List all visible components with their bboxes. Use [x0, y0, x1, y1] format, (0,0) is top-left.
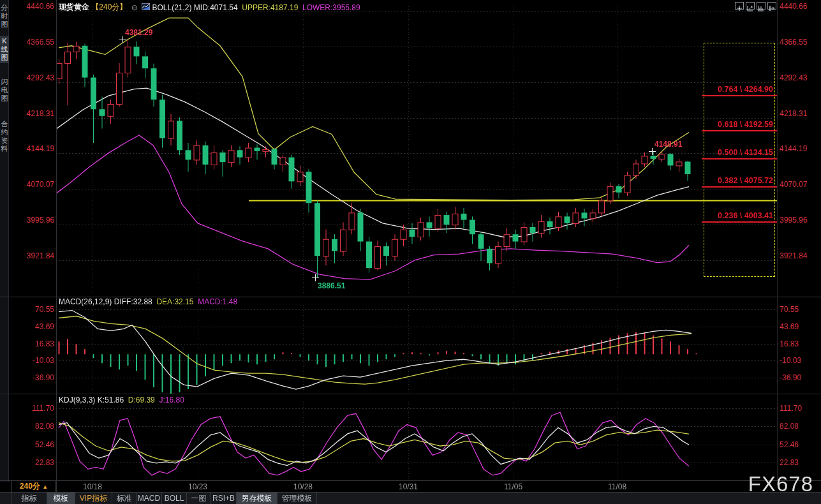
macd-axis-label-right: 43.69: [780, 323, 799, 331]
toolbar-button-9[interactable]: 另存模板: [237, 493, 277, 504]
toolbar-button-4[interactable]: 标准: [112, 493, 137, 504]
toolbar-button-7[interactable]: 一图: [187, 493, 211, 504]
date-label: 10/23: [188, 482, 207, 491]
price-axis-label-right: 3921.84: [780, 252, 807, 260]
price-axis-label-right: 3995.96: [780, 216, 807, 225]
macd-dea-value: DEA:32.15: [156, 297, 193, 306]
bottom-toolbar: 指标模板VIP指标标准MACDBOLL一图RSI+B另存模板管理模板: [0, 493, 821, 504]
fib-level-line[interactable]: [702, 95, 777, 96]
macd-macd-value: MACD:1.48: [198, 297, 237, 306]
collapse-indicator-icon[interactable]: ⊖: [129, 3, 140, 12]
price-axis-label-right: 4218.31: [780, 110, 807, 118]
price-axis-label-right: 4440.66: [780, 3, 807, 11]
axis-divider: [56, 0, 57, 492]
price-axis-label-left: 4218.31: [1, 110, 54, 118]
macd-axis-label-right: 16.83: [780, 340, 799, 348]
macd-header: MACD(26,12,9) DIFF:32.88 DEA:32.15 MACD:…: [59, 297, 237, 306]
date-label: 10/31: [399, 482, 418, 491]
fib-level-label: 0.236 \ 4003.41: [702, 211, 773, 220]
interval-label: 【240分】: [91, 3, 127, 11]
period-selector[interactable]: 240分 ▲: [11, 481, 56, 492]
date-label: 10/28: [293, 482, 313, 491]
toolbar-button-5[interactable]: MACD: [137, 493, 162, 504]
kdj-axis-label-right: 52.46: [780, 441, 799, 449]
kdj-axis-label-left: 22.83: [1, 459, 54, 467]
toolbar-button-2[interactable]: 模板: [47, 493, 75, 504]
fib-level-label: 0.500 \ 4134.15: [702, 148, 773, 157]
fib-level-line[interactable]: [702, 221, 777, 223]
kdj-d-value: D:69.39: [128, 396, 155, 404]
period-label: 240分: [20, 482, 40, 491]
macd-title: MACD(26,12,9): [59, 297, 112, 306]
price-axis-label-left: 4292.43: [1, 74, 54, 82]
price-axis-label-left: 4440.66: [1, 3, 54, 11]
boll-mid-value: MID:4071.54: [194, 3, 238, 12]
kdj-panel-canvas[interactable]: [56, 402, 777, 481]
fib-level-label: 0.618 \ 4192.59: [702, 120, 773, 129]
chart-type-icon[interactable]: [142, 3, 150, 10]
fib-level-line[interactable]: [702, 158, 777, 159]
kdj-k-value: K:51.86: [98, 396, 124, 404]
price-axis-label-left: 4366.55: [1, 38, 54, 47]
kdj-axis-label-left: 52.46: [1, 441, 54, 449]
macd-axis-label-right: 70.55: [780, 306, 799, 314]
boll-lower-value: LOWER:3955.89: [302, 3, 360, 12]
toolbar-button-3[interactable]: VIP指标: [75, 493, 112, 504]
kdj-axis-label-right: 82.08: [780, 422, 799, 431]
price-marker-cross: [119, 36, 126, 43]
kdj-axis-label-left: 82.08: [1, 422, 54, 431]
toolbar-button-6[interactable]: BOLL: [162, 493, 187, 504]
kdj-axis-label-left: 111.70: [1, 404, 54, 413]
price-annotation: 3886.51: [318, 281, 345, 290]
panel-divider: [0, 480, 821, 481]
scroll-to-latest-icon[interactable]: [767, 2, 776, 10]
price-axis-label-left: 3995.96: [1, 216, 54, 225]
price-marker-cross: [312, 274, 319, 281]
price-axis-label-right: 4292.43: [780, 74, 807, 82]
chart-application: 分时图K线图闪电图合约资料 现货黄金 【240分】 ⊖ BOLL(21,2) M…: [0, 0, 821, 504]
price-axis-label-right: 4070.07: [780, 181, 807, 189]
macd-axis-label-left: 70.55: [1, 306, 54, 314]
kdj-header: KDJ(9,3,3) K:51.86 D:69.39 J:16.80: [59, 395, 184, 404]
price-axis-label-left: 3921.84: [1, 252, 54, 260]
y-axis-fit-icon[interactable]: [746, 2, 755, 10]
macd-axis-label-left: 43.69: [1, 323, 54, 331]
date-label: 11/05: [504, 482, 522, 491]
macd-axis-label-left: 16.83: [1, 340, 54, 348]
instrument-name: 现货黄金: [59, 3, 89, 11]
period-up-arrow-icon: ▲: [42, 484, 48, 490]
macd-axis-label-left: -36.90: [1, 374, 54, 382]
macd-diff-value: DIFF:32.88: [114, 297, 152, 306]
date-label: 11/08: [608, 482, 626, 491]
x-axis-fit-icon[interactable]: [757, 2, 766, 10]
crosshair-tool-icon[interactable]: [735, 2, 744, 10]
price-axis-label-left: 4144.19: [1, 145, 54, 153]
fib-level-line[interactable]: [702, 186, 777, 188]
toolbar-button-8[interactable]: RSI+B: [211, 493, 237, 504]
kdj-axis-label-right: 111.70: [780, 404, 802, 413]
toolbar-button-10[interactable]: 管理模板: [277, 493, 317, 504]
kdj-j-value: J:16.80: [159, 396, 184, 404]
fib-level-label: 0.382 \ 4075.72: [702, 176, 773, 185]
price-annotation: 4148.91: [655, 140, 682, 149]
price-axis-label-left: 4070.07: [1, 181, 54, 189]
main-chart-canvas[interactable]: [56, 6, 777, 293]
toolbar-button-1[interactable]: 指标: [11, 493, 47, 504]
macd-axis-label-right: -10.03: [780, 357, 801, 365]
price-marker-cross: [649, 148, 656, 155]
macd-axis-label-left: -10.03: [1, 357, 54, 365]
fib-level-line[interactable]: [702, 130, 777, 131]
panel-divider: [0, 394, 821, 394]
price-axis-label-right: 4144.19: [780, 145, 807, 153]
boll-settings-label: BOLL(21,2): [152, 3, 191, 12]
toolbar-left-pad: [0, 493, 11, 504]
macd-axis-label-right: -36.90: [780, 374, 801, 382]
price-annotation: 4381.29: [125, 28, 152, 37]
fib-level-label: 0.764 \ 4264.90: [702, 85, 773, 94]
axis-divider: [777, 0, 778, 480]
boll-upper-value: UPPER:4187.19: [242, 3, 298, 12]
price-axis-label-right: 4366.55: [780, 38, 807, 47]
macd-panel-canvas[interactable]: [56, 305, 777, 394]
date-label: 10/18: [83, 482, 102, 491]
fibonacci-box[interactable]: [704, 43, 775, 277]
